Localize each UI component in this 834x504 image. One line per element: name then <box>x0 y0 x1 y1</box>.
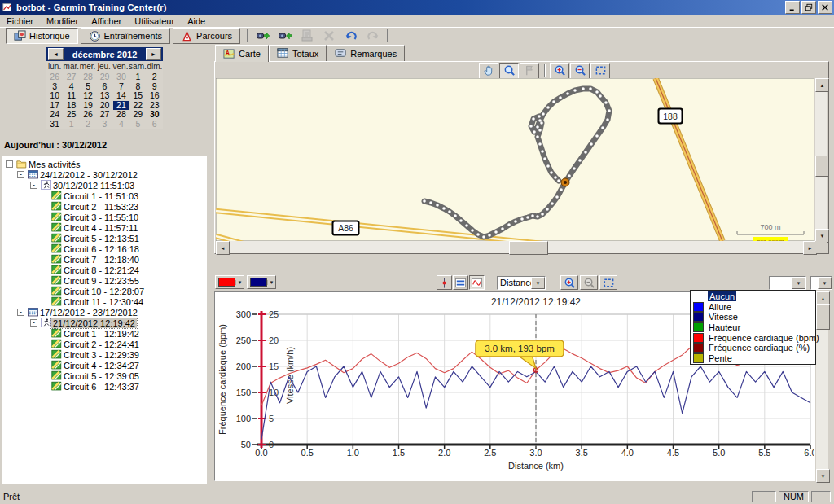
overlay-series-select-2[interactable]: ▼ <box>810 276 832 290</box>
crosshair-toggle[interactable] <box>437 275 452 290</box>
view-tab-entrainements[interactable]: Entraînements <box>81 28 171 44</box>
calendar-day[interactable]: 28 <box>113 110 129 120</box>
legend-item-allure[interactable]: Allure <box>691 302 815 313</box>
calendar-day[interactable]: 13 <box>96 91 112 101</box>
send-to-device-button[interactable] <box>252 28 273 44</box>
legend-item-frequence-cardiaque-bpm[interactable]: Fréquence cardiaque (bpm) <box>691 332 815 343</box>
pan-button[interactable] <box>479 63 498 79</box>
tree-lap[interactable]: Circuit 6 - 12:16:18 <box>2 243 206 254</box>
undo-button[interactable] <box>340 28 361 44</box>
view-tab-historique[interactable]: Historique <box>6 28 78 44</box>
calendar-day[interactable]: 26 <box>80 110 96 120</box>
map-tab-remarques[interactable]: Remarques <box>327 45 405 61</box>
calendar-day[interactable]: 30 <box>147 110 163 120</box>
tree-lap[interactable]: Circuit 2 - 11:53:23 <box>2 201 206 212</box>
map-horizontal-scrollbar[interactable]: ◄ ► <box>216 241 815 253</box>
calendar-day[interactable]: 27 <box>63 72 79 82</box>
calendar-day[interactable]: 25 <box>63 110 79 120</box>
tree-lap[interactable]: Circuit 9 - 12:23:55 <box>2 275 206 286</box>
calendar-day[interactable]: 2 <box>80 120 96 129</box>
calendar-day[interactable]: 29 <box>129 110 146 120</box>
map-tab-carte[interactable]: ACarte <box>215 45 269 62</box>
calendar-day[interactable]: 12 <box>80 91 96 101</box>
calendar-day[interactable]: 1 <box>129 72 146 82</box>
calendar-day[interactable]: 24 <box>46 110 63 120</box>
collapse-toggle[interactable]: - <box>17 171 24 178</box>
close-button[interactable] <box>818 1 832 14</box>
calendar-prev-button[interactable]: ◄ <box>48 48 64 60</box>
legend-item-aucun[interactable]: Aucun <box>691 291 815 302</box>
view-tab-parcours[interactable]: Parcours <box>173 28 240 44</box>
tree-lap[interactable]: Circuit 3 - 11:55:10 <box>2 212 206 222</box>
calendar-day[interactable]: 4 <box>113 120 129 129</box>
tree-lap[interactable]: Circuit 1 - 12:19:42 <box>2 328 206 339</box>
map-tab-totaux[interactable]: Totaux <box>269 45 327 61</box>
calendar-day[interactable]: 3 <box>96 120 112 129</box>
menu-modifier[interactable]: Modifier <box>40 15 85 27</box>
zoom-in-button[interactable] <box>560 275 578 290</box>
tree-lap[interactable]: Circuit 2 - 12:24:41 <box>2 339 206 349</box>
legend-item-frequence-cardiaque[interactable]: Fréquence cardiaque (%) <box>691 343 815 353</box>
menu-utilisateur[interactable]: Utilisateur <box>128 15 181 27</box>
tree-lap[interactable]: Circuit 10 - 12:28:07 <box>2 286 206 296</box>
calendar-day[interactable]: 1 <box>63 120 79 129</box>
calendar-day[interactable]: 15 <box>129 91 146 101</box>
calendar-day[interactable]: 31 <box>46 120 63 129</box>
chevron-down-icon[interactable]: ▼ <box>792 277 805 289</box>
restore-button[interactable] <box>801 1 816 14</box>
calendar-day[interactable]: 27 <box>96 110 112 120</box>
menu-afficher[interactable]: Afficher <box>85 15 128 27</box>
chevron-down-icon[interactable]: ▼ <box>531 277 545 289</box>
overlay-series-select-1[interactable]: ▼ <box>769 276 806 290</box>
gridlines-toggle[interactable] <box>453 275 468 290</box>
zoom-fit-button[interactable] <box>599 275 617 290</box>
curve-toggle[interactable] <box>469 275 485 290</box>
tree-lap[interactable]: Circuit 1 - 11:51:03 <box>2 191 206 201</box>
calendar-day[interactable]: 30 <box>113 72 129 82</box>
tree-activity[interactable]: -30/12/2012 11:51:03 <box>2 180 206 191</box>
tree-lap[interactable]: Circuit 4 - 12:34:27 <box>2 360 206 370</box>
scroll-down-icon[interactable]: ▼ <box>816 469 830 483</box>
collapse-toggle[interactable]: - <box>30 319 37 327</box>
zoom-select-button[interactable] <box>499 63 519 79</box>
tree-lap[interactable]: Circuit 11 - 12:30:44 <box>2 296 206 307</box>
tree-lap[interactable]: Circuit 3 - 12:29:39 <box>2 349 206 360</box>
calendar-day[interactable]: 29 <box>96 72 112 82</box>
calendar-day[interactable]: 5 <box>129 120 146 129</box>
map-vertical-scrollbar[interactable]: ▲ ▼ <box>815 78 827 241</box>
map-canvas[interactable]: 188A86700 msur-zoom <box>216 78 814 241</box>
calendar-day[interactable]: 26 <box>46 72 63 82</box>
map-hscroll-thumb[interactable] <box>509 241 548 255</box>
receive-from-device-button[interactable] <box>274 28 295 44</box>
legend-item-vitesse[interactable]: Vitesse <box>691 312 815 322</box>
tree-lap[interactable]: Circuit 4 - 11:57:11 <box>2 222 206 233</box>
calendar-day[interactable]: 6 <box>147 120 163 129</box>
series2-color-dropdown[interactable]: ▼ <box>247 275 276 289</box>
zoom-out-button[interactable] <box>570 63 590 79</box>
tree-lap[interactable]: Circuit 5 - 12:13:51 <box>2 233 206 243</box>
map-vscroll-thumb[interactable] <box>815 156 829 177</box>
tree-lap[interactable]: Circuit 8 - 12:21:24 <box>2 265 206 275</box>
menu-fichier[interactable]: Fichier <box>0 15 40 27</box>
legend-item-pente[interactable]: Pente <box>691 353 815 364</box>
scroll-left-icon[interactable]: ◄ <box>216 241 230 255</box>
tree-activity[interactable]: -21/12/2012 12:19:42 <box>2 318 206 328</box>
tree-lap[interactable]: Circuit 6 - 12:43:37 <box>2 381 206 392</box>
collapse-toggle[interactable]: - <box>17 309 24 316</box>
calendar-day[interactable]: 28 <box>80 72 96 82</box>
tree-week-group[interactable]: -24/12/2012 - 30/12/2012 <box>2 169 206 180</box>
calendar-day[interactable]: 11 <box>63 91 79 101</box>
scroll-up-icon[interactable]: ▲ <box>815 78 829 92</box>
tree-root[interactable]: -Mes activités <box>2 159 206 169</box>
zoom-fit-button[interactable] <box>590 63 610 79</box>
chart-vscroll-thumb[interactable] <box>816 304 830 330</box>
tree-lap[interactable]: Circuit 5 - 12:39:05 <box>2 370 206 381</box>
chevron-down-icon[interactable]: ▼ <box>818 277 832 289</box>
calendar-day[interactable]: 14 <box>113 91 129 101</box>
calendar-day[interactable]: 16 <box>147 91 163 101</box>
calendar-day[interactable]: 2 <box>147 72 163 82</box>
collapse-toggle[interactable]: - <box>6 160 13 168</box>
chart-vertical-scrollbar[interactable]: ▲ ▼ <box>816 291 828 481</box>
series1-color-dropdown[interactable]: ▼ <box>215 275 244 289</box>
tree-lap[interactable]: Circuit 7 - 12:18:40 <box>2 254 206 265</box>
